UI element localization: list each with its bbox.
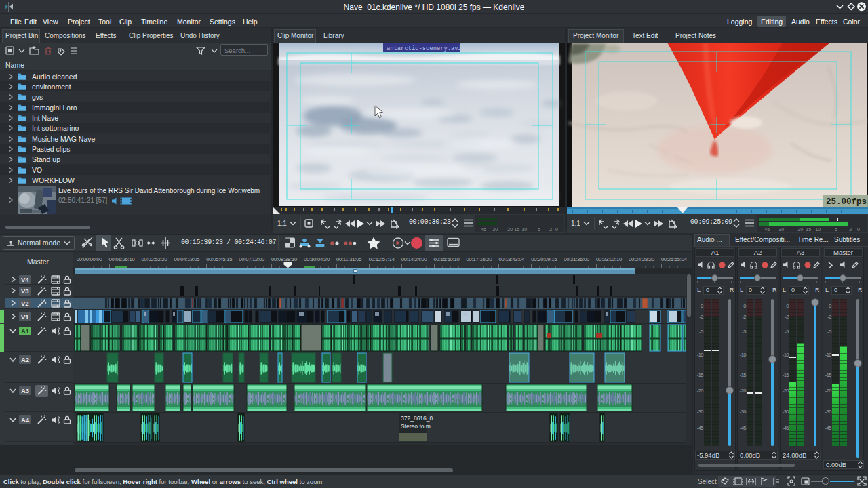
svg-text:25.00fps: 25.00fps [826,197,867,207]
svg-text:antarctic-scenery.avi: antarctic-scenery.avi [387,45,462,52]
svg-text:1:1: 1:1 [277,220,287,227]
svg-text:1:1: 1:1 [571,220,580,227]
